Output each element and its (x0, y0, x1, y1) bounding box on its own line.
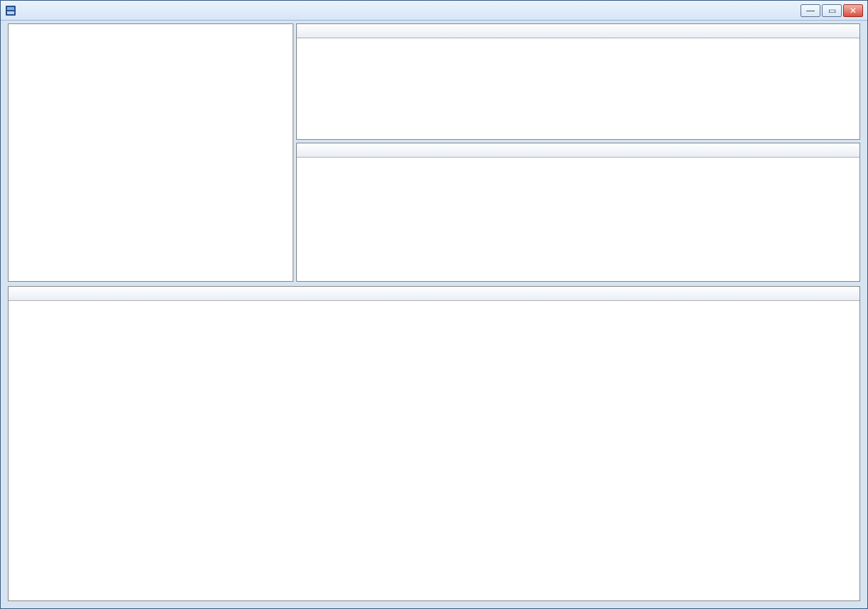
module-list-header[interactable] (9, 287, 859, 301)
imports-header[interactable] (297, 24, 859, 38)
module-list-rows[interactable] (9, 301, 859, 600)
maximize-icon: ▭ (828, 6, 836, 16)
module-list-pane[interactable] (8, 286, 860, 601)
minimize-icon: — (806, 6, 815, 16)
titlebar[interactable]: — ▭ ✕ (1, 1, 867, 21)
svg-rect-1 (7, 7, 14, 10)
client-area (8, 23, 860, 601)
minimize-button[interactable]: — (801, 4, 820, 17)
exports-grid[interactable] (296, 143, 860, 282)
right-region (296, 23, 860, 282)
exports-rows[interactable] (297, 158, 859, 160)
upper-region (8, 23, 860, 282)
exports-header[interactable] (297, 143, 859, 158)
dependency-tree-pane[interactable] (8, 23, 293, 282)
svg-rect-2 (7, 11, 14, 14)
app-icon (5, 5, 16, 16)
imports-grid[interactable] (296, 23, 860, 140)
maximize-button[interactable]: ▭ (822, 4, 842, 17)
close-icon: ✕ (850, 6, 857, 16)
app-window: — ▭ ✕ (0, 0, 868, 609)
close-button[interactable]: ✕ (843, 4, 863, 17)
